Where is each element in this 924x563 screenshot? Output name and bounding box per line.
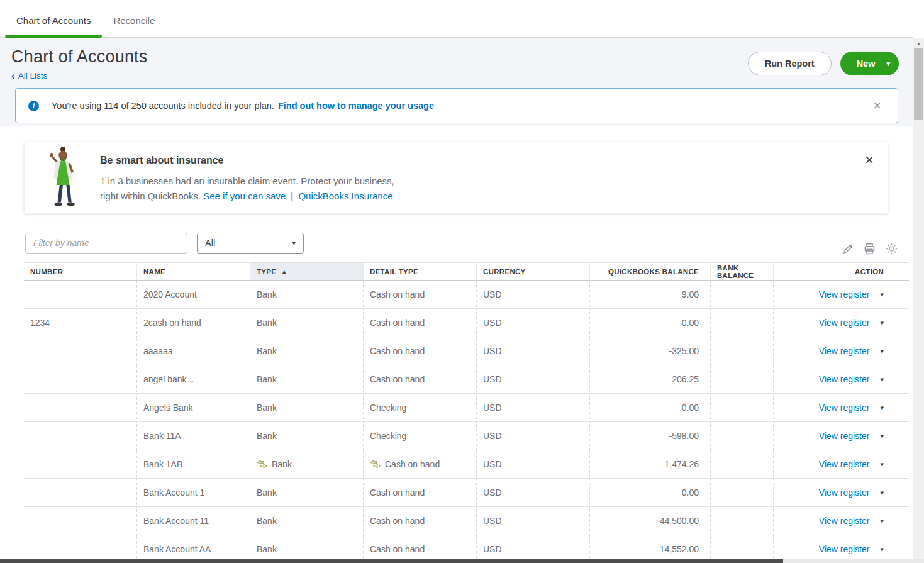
dropdown-caret-icon: ▾ xyxy=(292,239,296,247)
view-register-link[interactable]: View register xyxy=(819,488,870,498)
sort-ascending-icon: ▲ xyxy=(281,269,287,275)
account-type: Bank xyxy=(257,374,277,384)
print-icon[interactable] xyxy=(863,242,876,255)
quickbooks-balance: 44,500.00 xyxy=(660,516,699,526)
account-type: Bank xyxy=(257,289,277,299)
detail-type: Cash on hand xyxy=(370,346,425,356)
link-separator: | xyxy=(291,191,293,201)
quickbooks-insurance-link[interactable]: QuickBooks Insurance xyxy=(298,191,392,201)
account-name: aaaaaa xyxy=(143,346,173,356)
back-chevron-icon: ‹ xyxy=(11,70,15,81)
account-type: Bank xyxy=(257,403,277,413)
view-register-link[interactable]: View register xyxy=(819,403,870,413)
quickbooks-balance: 0.00 xyxy=(682,403,699,413)
tab-reconcile[interactable]: Reconcile xyxy=(102,15,166,37)
row-action-caret-icon[interactable]: ▾ xyxy=(880,404,884,412)
row-action-caret-icon[interactable]: ▾ xyxy=(880,291,884,299)
view-register-link[interactable]: View register xyxy=(819,544,870,554)
quickbooks-balance: -325.00 xyxy=(669,346,699,356)
column-header-currency[interactable]: CURRENCY xyxy=(477,263,590,280)
account-name: 2020 Account xyxy=(143,289,197,299)
column-header-name[interactable]: NAME xyxy=(137,263,250,280)
usage-text: You’re using 114 of 250 accounts include… xyxy=(52,101,274,111)
horizontal-scrollbar-thumb[interactable] xyxy=(0,559,783,563)
row-action-caret-icon[interactable]: ▾ xyxy=(880,376,884,384)
column-header-number[interactable]: NUMBER xyxy=(24,263,137,280)
shopkeeper-illustration xyxy=(25,142,100,213)
view-register-link[interactable]: View register xyxy=(819,374,870,384)
horizontal-scrollbar[interactable] xyxy=(0,559,913,563)
account-type: Bank xyxy=(257,488,277,498)
currency: USD xyxy=(483,346,502,356)
row-action-caret-icon[interactable]: ▾ xyxy=(880,489,884,497)
view-register-link[interactable]: View register xyxy=(819,431,870,441)
quickbooks-balance: 206.25 xyxy=(672,374,699,384)
insurance-body-line1: 1 in 3 businesses had an insurable claim… xyxy=(100,176,394,186)
column-header-bank-balance[interactable]: BANK BALANCE xyxy=(711,263,774,280)
new-button[interactable]: New ▾ xyxy=(840,52,899,75)
row-action-caret-icon[interactable]: ▾ xyxy=(880,460,884,469)
insurance-close-icon[interactable]: × xyxy=(865,142,888,213)
run-report-button[interactable]: Run Report xyxy=(748,52,832,75)
table-row[interactable]: Bank 1AB Bank Cash on hand xyxy=(24,450,909,479)
table-row[interactable]: aaaaaa Bank Cash on hand xyxy=(24,337,909,365)
tab-label: Reconcile xyxy=(113,15,155,26)
accounts-table-body: 2020 Account Bank Cash on hand xyxy=(24,281,909,563)
vertical-scrollbar[interactable]: ▲ xyxy=(913,38,924,559)
quickbooks-balance: 1,474.26 xyxy=(665,459,699,469)
manage-usage-link[interactable]: Find out how to manage your usage xyxy=(278,101,434,111)
usage-alert-banner: i You’re using 114 of 250 accounts inclu… xyxy=(15,88,898,123)
table-row[interactable]: Bank Account 11 Bank Cash on ha xyxy=(24,507,909,535)
tab-chart-of-accounts[interactable]: Chart of Accounts xyxy=(5,15,102,37)
info-icon: i xyxy=(28,101,39,111)
table-row[interactable]: Bank Account 1 Bank Cash on han xyxy=(24,479,909,507)
account-type: Bank xyxy=(257,346,277,356)
insurance-title: Be smart about insurance xyxy=(100,155,394,166)
see-if-you-can-save-link[interactable]: See if you can save xyxy=(203,191,286,201)
detail-type: Cash on hand xyxy=(370,374,425,384)
back-link-label: All Lists xyxy=(18,71,48,81)
table-row[interactable]: Bank 11A Bank Checking xyxy=(24,422,909,450)
type-filter-value: All xyxy=(205,238,215,248)
view-register-link[interactable]: View register xyxy=(819,318,870,328)
view-register-link[interactable]: View register xyxy=(819,289,870,299)
view-register-link[interactable]: View register xyxy=(819,516,870,526)
detail-type: Checking xyxy=(370,403,406,413)
table-row[interactable]: 2020 Account Bank Cash on hand xyxy=(24,281,909,309)
table-row[interactable]: angel bank .. Bank Cash on hand xyxy=(24,365,909,394)
view-register-link[interactable]: View register xyxy=(819,459,870,469)
account-type-filter-dropdown[interactable]: All ▾ xyxy=(197,233,304,254)
insurance-promo-card: Be smart about insurance 1 in 3 business… xyxy=(24,142,888,214)
row-action-caret-icon[interactable]: ▾ xyxy=(880,319,884,327)
quickbooks-balance: 9.00 xyxy=(682,289,699,299)
column-header-detail-type[interactable]: DETAIL TYPE xyxy=(364,263,477,280)
detail-type: Cash on hand xyxy=(385,459,440,469)
account-name: Bank Account 1 xyxy=(143,488,204,498)
filter-by-name-input[interactable] xyxy=(25,233,187,254)
vertical-scrollbar-thumb[interactable] xyxy=(914,48,923,120)
row-action-caret-icon[interactable]: ▾ xyxy=(880,517,884,525)
tab-label: Chart of Accounts xyxy=(16,15,91,26)
currency: USD xyxy=(483,459,502,469)
scroll-up-icon[interactable]: ▲ xyxy=(913,38,924,47)
accounts-table: NUMBER NAME TYPE ▲ DETAIL TYPE CURRENCY … xyxy=(24,262,909,563)
account-name: Bank 11A xyxy=(143,431,181,441)
row-action-caret-icon[interactable]: ▾ xyxy=(880,347,884,355)
page-title: Chart of Accounts xyxy=(11,47,148,67)
account-type: Bank xyxy=(257,318,277,328)
row-action-caret-icon[interactable]: ▾ xyxy=(880,545,884,554)
table-row[interactable]: Angels Bank Bank Checking xyxy=(24,394,909,422)
column-header-type[interactable]: TYPE ▲ xyxy=(250,263,364,280)
table-row[interactable]: 1234 2cash on hand Bank C xyxy=(24,309,909,337)
currency: USD xyxy=(483,544,502,554)
column-header-quickbooks-balance[interactable]: QUICKBOOKS BALANCE xyxy=(590,263,711,280)
currency: USD xyxy=(483,403,502,413)
row-action-caret-icon[interactable]: ▾ xyxy=(880,432,884,440)
view-register-link[interactable]: View register xyxy=(819,346,870,356)
all-lists-back-link[interactable]: ‹ All Lists xyxy=(11,70,148,81)
settings-gear-icon[interactable] xyxy=(885,242,898,255)
new-dropdown-caret-icon[interactable]: ▾ xyxy=(886,60,890,68)
usage-close-icon[interactable]: × xyxy=(869,98,885,114)
quickbooks-balance: 0.00 xyxy=(682,318,699,328)
edit-pencil-icon[interactable] xyxy=(842,243,854,255)
